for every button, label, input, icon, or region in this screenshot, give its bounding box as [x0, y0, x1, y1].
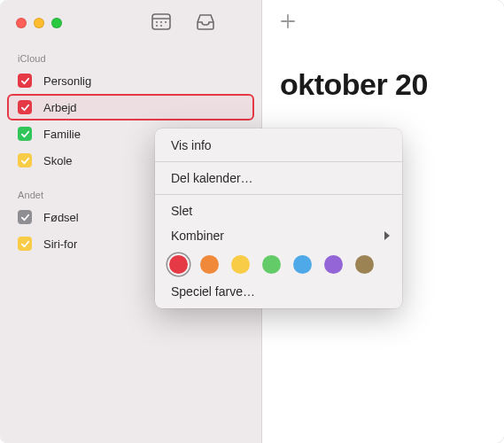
menu-item-speciel-farve[interactable]: Speciel farve… [155, 279, 402, 304]
minimize-icon[interactable] [34, 18, 44, 28]
window-controls [16, 18, 62, 28]
menu-separator [155, 161, 402, 162]
app-window: iCloud Personlig Arbejd Familie [0, 0, 504, 443]
page-title: oktober 20 [262, 46, 504, 102]
menu-item-vis-info[interactable]: Vis info [155, 133, 402, 158]
menu-item-slet[interactable]: Slet [155, 198, 402, 223]
color-swatch[interactable] [324, 255, 343, 274]
section-title: iCloud [0, 46, 261, 67]
checkbox-icon[interactable] [18, 127, 32, 141]
plus-icon[interactable] [278, 12, 298, 35]
calendar-label: Arbejd [43, 101, 77, 114]
svg-point-4 [165, 21, 167, 23]
checkbox-icon[interactable] [18, 100, 32, 114]
menu-item-kombiner[interactable]: Kombiner [155, 223, 402, 248]
color-swatch[interactable] [262, 255, 281, 274]
calendar-label: Siri-for [43, 237, 77, 251]
menu-item-del-kalender[interactable]: Del kalender… [155, 166, 402, 190]
calendar-label: Familie [43, 128, 81, 141]
svg-point-3 [160, 21, 162, 23]
svg-point-6 [160, 25, 162, 27]
calendar-label: Skole [43, 154, 73, 167]
checkbox-icon[interactable] [18, 237, 32, 251]
calendar-label: Fødsel [43, 211, 79, 224]
calendar-label: Personlig [43, 74, 91, 88]
color-swatch[interactable] [169, 255, 188, 274]
color-swatch[interactable] [200, 255, 219, 274]
svg-point-2 [156, 21, 158, 23]
close-icon[interactable] [16, 18, 27, 28]
color-swatch-row [155, 248, 402, 279]
titlebar [0, 0, 261, 46]
calendar-item-arbejde[interactable]: Arbejd [7, 94, 254, 120]
calendar-item-personlig[interactable]: Personlig [7, 67, 254, 94]
inbox-icon[interactable] [195, 12, 216, 35]
context-menu: Vis info Del kalender… Slet Kombiner Spe… [155, 128, 402, 308]
checkbox-icon[interactable] [18, 210, 32, 224]
color-swatch[interactable] [231, 255, 250, 274]
menu-separator [155, 194, 402, 195]
color-swatch[interactable] [293, 255, 312, 274]
sidebar-toolbar [151, 12, 216, 35]
main-toolbar [262, 0, 504, 46]
color-swatch[interactable] [355, 255, 374, 274]
checkbox-icon[interactable] [18, 153, 32, 167]
checkbox-icon[interactable] [18, 74, 32, 88]
calendar-icon[interactable] [151, 12, 172, 35]
maximize-icon[interactable] [51, 18, 62, 28]
svg-point-5 [156, 25, 158, 27]
